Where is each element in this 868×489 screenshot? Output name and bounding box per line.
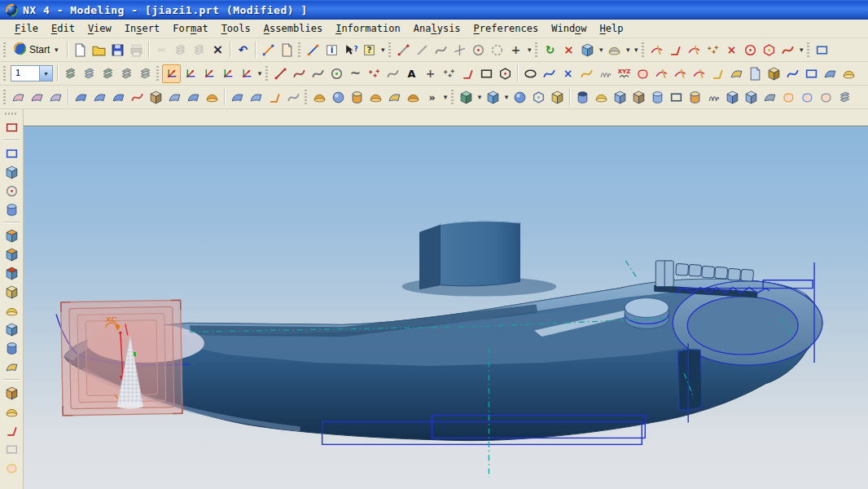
sidebar-feature-cube-4-button[interactable] — [3, 284, 20, 300]
trim-curve-button[interactable] — [652, 64, 671, 83]
sidebar-screen-splitter-button[interactable] — [3, 119, 20, 135]
sidebar-sheet-feature-button[interactable] — [3, 359, 20, 375]
snap-mid-point-button[interactable] — [685, 41, 704, 59]
sidebar-feature-cube-3-button[interactable] — [3, 265, 20, 281]
rendering-style-button[interactable] — [605, 41, 624, 59]
dropdown-caret[interactable]: ▾ — [476, 93, 484, 101]
wcs-origin-button[interactable] — [181, 64, 199, 83]
toolbar-grip[interactable] — [3, 66, 6, 81]
through-curves-button[interactable] — [90, 88, 109, 107]
visualization-snapshot-button[interactable] — [278, 41, 296, 59]
circle-point-button[interactable] — [327, 64, 346, 83]
edit-curve-parameters-button[interactable] — [708, 64, 727, 83]
revolve-button[interactable] — [484, 88, 502, 107]
bridge-curve-button[interactable] — [633, 64, 652, 83]
copy-to-layer-button[interactable] — [136, 64, 155, 83]
circle-center-button[interactable] — [469, 41, 488, 59]
simplify-curve-button[interactable] — [840, 64, 858, 83]
slot-button[interactable] — [667, 88, 686, 107]
ellipse-button[interactable] — [521, 64, 540, 83]
menu-window[interactable]: Window — [545, 21, 593, 36]
undo-button[interactable]: ↶ — [234, 41, 252, 59]
variational-sweep-button[interactable] — [329, 88, 348, 107]
sphere-button[interactable] — [511, 88, 529, 107]
cut-button[interactable]: ✂ — [152, 41, 171, 59]
sidebar-feature-cube-1-button[interactable] — [3, 227, 20, 244]
reference-circle-button[interactable] — [488, 41, 506, 59]
new-part-button[interactable] — [71, 41, 90, 59]
print-button[interactable] — [127, 41, 146, 59]
intersection-point-button[interactable]: × — [559, 64, 577, 83]
pocket-button[interactable] — [611, 88, 629, 107]
dropdown-caret[interactable]: ▾ — [441, 93, 449, 101]
groove-button[interactable] — [686, 88, 704, 107]
dimension-tool-button[interactable] — [813, 41, 831, 59]
snap-point-button[interactable] — [647, 41, 666, 59]
divide-curve-button[interactable] — [690, 64, 708, 83]
spline-poles-button[interactable] — [309, 64, 327, 83]
sidebar-dome-feature-button[interactable] — [3, 302, 20, 319]
sidebar-press-feature-button[interactable] — [3, 403, 20, 420]
menu-tools[interactable]: Tools — [215, 21, 257, 36]
toolbar-grip[interactable] — [642, 42, 644, 57]
work-layer-combo[interactable]: 1▾ — [11, 65, 53, 82]
sweep-along-guide-button[interactable] — [310, 88, 329, 107]
offset-curve-button[interactable] — [577, 64, 596, 83]
edit-object-display-button[interactable] — [259, 41, 278, 59]
point-star-button[interactable]: + — [421, 64, 440, 83]
sidebar-cylinder-feature-button[interactable] — [3, 340, 20, 356]
sidebar-back-feature-button[interactable] — [3, 422, 20, 438]
inferred-line-button[interactable] — [413, 41, 432, 59]
menu-insert[interactable]: Insert — [118, 21, 166, 36]
arc-button[interactable] — [290, 64, 309, 83]
menu-assemblies[interactable]: Assemblies — [257, 21, 329, 36]
toolbar-grip[interactable] — [3, 42, 6, 57]
wcs-display-button[interactable] — [237, 64, 256, 83]
point-axis-button[interactable] — [450, 41, 469, 59]
bounded-plane-button[interactable] — [184, 88, 203, 107]
move-to-layer-button[interactable] — [117, 64, 136, 83]
dropdown-caret[interactable]: ▾ — [624, 46, 632, 54]
thread-button[interactable] — [704, 88, 723, 107]
datum-axis-button[interactable] — [28, 88, 46, 107]
basic-curves-button[interactable] — [271, 64, 290, 83]
dropdown-caret[interactable]: ▾ — [597, 46, 605, 54]
join-curve-button[interactable] — [727, 64, 746, 83]
wcs-rotate-button[interactable] — [199, 64, 218, 83]
tube-button[interactable] — [348, 88, 366, 107]
menu-edit[interactable]: Edit — [45, 21, 81, 36]
offset-surface-button[interactable] — [228, 88, 247, 107]
dropdown-caret[interactable]: ▾ — [797, 46, 805, 54]
toolbar-grip[interactable] — [3, 90, 6, 104]
boss-top[interactable] — [625, 298, 669, 318]
snap-end-point-button[interactable] — [666, 41, 685, 59]
ribbon-builder-button[interactable] — [385, 88, 404, 107]
section-curve-button[interactable] — [802, 64, 821, 83]
block-button[interactable] — [548, 88, 567, 107]
n-sided-surface-button[interactable] — [165, 88, 184, 107]
offset-in-face-button[interactable] — [821, 64, 840, 83]
fillet-surface-button[interactable] — [203, 88, 221, 107]
sidebar-grip[interactable] — [5, 112, 18, 115]
start-button[interactable]: Start▾ — [9, 41, 64, 59]
layer-settings-button[interactable] — [61, 64, 80, 83]
snap-point-on-curve-button[interactable] — [778, 41, 797, 59]
studio-spline-button[interactable] — [432, 41, 450, 59]
toolbar-grip[interactable] — [156, 66, 159, 81]
dropdown-caret[interactable]: ▾ — [525, 46, 533, 54]
sidebar-sketch-circle-button[interactable] — [3, 183, 20, 199]
dropdown-caret[interactable]: ▾ — [379, 46, 387, 54]
subtract-button[interactable] — [798, 88, 817, 107]
intersect-button[interactable] — [817, 88, 835, 107]
dropdown-caret[interactable]: ▾ — [632, 46, 640, 54]
project-curve-button[interactable] — [746, 64, 765, 83]
copy-button[interactable] — [171, 41, 190, 59]
datum-csys-button[interactable] — [46, 88, 65, 107]
split-body-button[interactable] — [761, 88, 779, 107]
menu-help[interactable]: Help — [594, 21, 630, 36]
datum-plane-button[interactable] — [9, 88, 28, 107]
menu-preferences[interactable]: Preferences — [467, 21, 546, 36]
arc-3pt-button[interactable] — [540, 64, 559, 83]
law-extension-button[interactable] — [265, 88, 284, 107]
interrupt-button[interactable]: × — [559, 41, 578, 59]
